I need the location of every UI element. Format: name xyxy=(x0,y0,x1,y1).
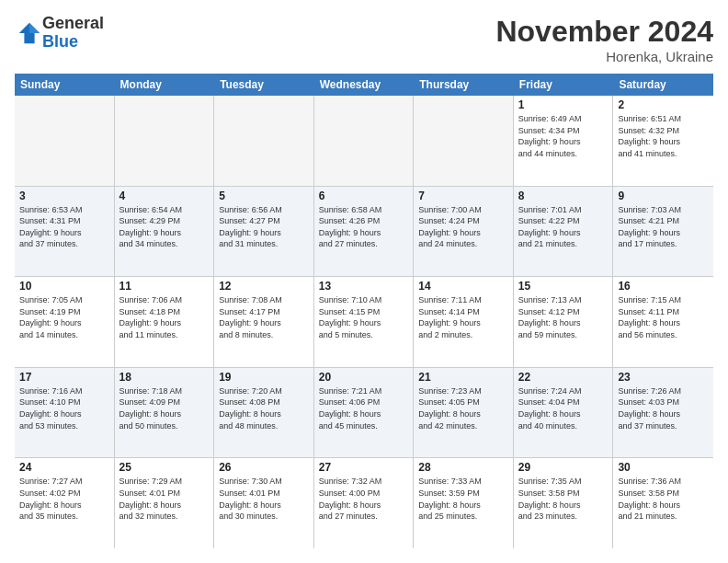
day-info: Sunrise: 7:32 AM Sunset: 4:00 PM Dayligh… xyxy=(319,476,409,522)
header: General Blue November 2024 Horenka, Ukra… xyxy=(15,15,713,64)
calendar-cell: 21Sunrise: 7:23 AM Sunset: 4:05 PM Dayli… xyxy=(414,368,514,458)
location-subtitle: Horenka, Ukraine xyxy=(495,49,713,64)
calendar-cell: 15Sunrise: 7:13 AM Sunset: 4:12 PM Dayli… xyxy=(514,277,614,367)
calendar-row: 3Sunrise: 6:53 AM Sunset: 4:31 PM Daylig… xyxy=(15,187,713,278)
calendar-cell: 1Sunrise: 6:49 AM Sunset: 4:34 PM Daylig… xyxy=(514,96,614,186)
calendar-cell: 19Sunrise: 7:20 AM Sunset: 4:08 PM Dayli… xyxy=(214,368,314,458)
day-info: Sunrise: 7:03 AM Sunset: 4:21 PM Dayligh… xyxy=(618,204,709,250)
calendar-cell: 13Sunrise: 7:10 AM Sunset: 4:15 PM Dayli… xyxy=(314,277,415,367)
logo-icon xyxy=(17,20,42,46)
day-number: 30 xyxy=(618,461,709,474)
day-info: Sunrise: 7:05 AM Sunset: 4:19 PM Dayligh… xyxy=(19,294,109,340)
calendar-cell xyxy=(314,96,415,186)
calendar-cell: 20Sunrise: 7:21 AM Sunset: 4:06 PM Dayli… xyxy=(314,368,415,458)
calendar-cell: 7Sunrise: 7:00 AM Sunset: 4:24 PM Daylig… xyxy=(414,187,514,277)
day-info: Sunrise: 6:53 AM Sunset: 4:31 PM Dayligh… xyxy=(19,204,109,250)
calendar-cell: 2Sunrise: 6:51 AM Sunset: 4:32 PM Daylig… xyxy=(613,96,713,186)
day-info: Sunrise: 7:00 AM Sunset: 4:24 PM Dayligh… xyxy=(418,204,508,250)
day-info: Sunrise: 7:15 AM Sunset: 4:11 PM Dayligh… xyxy=(618,294,709,340)
day-number: 6 xyxy=(319,190,409,202)
calendar-header: Sunday Monday Tuesday Wednesday Thursday… xyxy=(15,74,713,96)
day-number: 1 xyxy=(518,98,609,111)
title-block: November 2024 Horenka, Ukraine xyxy=(495,15,713,64)
day-info: Sunrise: 7:27 AM Sunset: 4:02 PM Dayligh… xyxy=(19,476,109,522)
calendar-cell: 22Sunrise: 7:24 AM Sunset: 4:04 PM Dayli… xyxy=(514,368,614,458)
day-info: Sunrise: 7:21 AM Sunset: 4:06 PM Dayligh… xyxy=(319,385,409,431)
calendar-cell: 3Sunrise: 6:53 AM Sunset: 4:31 PM Daylig… xyxy=(15,187,115,277)
calendar-cell: 26Sunrise: 7:30 AM Sunset: 4:01 PM Dayli… xyxy=(214,458,314,548)
calendar-cell: 8Sunrise: 7:01 AM Sunset: 4:22 PM Daylig… xyxy=(514,187,614,277)
day-number: 25 xyxy=(119,461,210,474)
day-number: 23 xyxy=(618,371,709,384)
calendar-cell: 27Sunrise: 7:32 AM Sunset: 4:00 PM Dayli… xyxy=(314,458,415,548)
day-number: 16 xyxy=(618,280,709,293)
calendar-cell: 11Sunrise: 7:06 AM Sunset: 4:18 PM Dayli… xyxy=(115,277,215,367)
calendar-cell: 4Sunrise: 6:54 AM Sunset: 4:29 PM Daylig… xyxy=(115,187,215,277)
day-number: 2 xyxy=(618,98,709,111)
day-info: Sunrise: 7:35 AM Sunset: 3:58 PM Dayligh… xyxy=(518,476,609,522)
day-number: 5 xyxy=(219,190,309,202)
day-number: 12 xyxy=(219,280,309,293)
page: General Blue November 2024 Horenka, Ukra… xyxy=(0,0,728,563)
day-info: Sunrise: 6:49 AM Sunset: 4:34 PM Dayligh… xyxy=(518,113,609,159)
day-number: 7 xyxy=(418,190,508,202)
header-wednesday: Wednesday xyxy=(314,74,415,96)
day-info: Sunrise: 7:23 AM Sunset: 4:05 PM Dayligh… xyxy=(418,385,508,431)
day-info: Sunrise: 7:26 AM Sunset: 4:03 PM Dayligh… xyxy=(618,385,709,431)
header-monday: Monday xyxy=(115,74,215,96)
day-info: Sunrise: 7:08 AM Sunset: 4:17 PM Dayligh… xyxy=(219,294,309,340)
calendar-row: 17Sunrise: 7:16 AM Sunset: 4:10 PM Dayli… xyxy=(15,368,713,459)
calendar-cell: 12Sunrise: 7:08 AM Sunset: 4:17 PM Dayli… xyxy=(214,277,314,367)
header-friday: Friday xyxy=(514,74,614,96)
calendar-cell: 6Sunrise: 6:58 AM Sunset: 4:26 PM Daylig… xyxy=(314,187,415,277)
calendar-cell xyxy=(115,96,215,186)
header-thursday: Thursday xyxy=(414,74,514,96)
calendar-cell: 10Sunrise: 7:05 AM Sunset: 4:19 PM Dayli… xyxy=(15,277,115,367)
header-sunday: Sunday xyxy=(15,74,115,96)
day-info: Sunrise: 7:10 AM Sunset: 4:15 PM Dayligh… xyxy=(319,294,409,340)
day-number: 27 xyxy=(319,461,409,474)
day-number: 3 xyxy=(19,190,109,202)
day-number: 10 xyxy=(19,280,109,293)
day-number: 28 xyxy=(418,461,508,474)
calendar-cell: 23Sunrise: 7:26 AM Sunset: 4:03 PM Dayli… xyxy=(613,368,713,458)
month-title: November 2024 xyxy=(495,15,713,49)
day-number: 26 xyxy=(219,461,309,474)
day-number: 9 xyxy=(618,190,709,202)
day-number: 15 xyxy=(518,280,609,293)
day-number: 24 xyxy=(19,461,109,474)
day-number: 20 xyxy=(319,371,409,384)
day-info: Sunrise: 6:56 AM Sunset: 4:27 PM Dayligh… xyxy=(219,204,309,250)
calendar-cell: 14Sunrise: 7:11 AM Sunset: 4:14 PM Dayli… xyxy=(414,277,514,367)
calendar-cell xyxy=(214,96,314,186)
calendar-cell: 18Sunrise: 7:18 AM Sunset: 4:09 PM Dayli… xyxy=(115,368,215,458)
calendar: Sunday Monday Tuesday Wednesday Thursday… xyxy=(15,74,713,548)
day-info: Sunrise: 6:51 AM Sunset: 4:32 PM Dayligh… xyxy=(618,113,709,159)
day-info: Sunrise: 7:16 AM Sunset: 4:10 PM Dayligh… xyxy=(19,385,109,431)
day-info: Sunrise: 7:18 AM Sunset: 4:09 PM Dayligh… xyxy=(119,385,210,431)
calendar-cell: 28Sunrise: 7:33 AM Sunset: 3:59 PM Dayli… xyxy=(414,458,514,548)
calendar-cell: 30Sunrise: 7:36 AM Sunset: 3:58 PM Dayli… xyxy=(613,458,713,548)
day-info: Sunrise: 7:24 AM Sunset: 4:04 PM Dayligh… xyxy=(518,385,609,431)
calendar-cell: 16Sunrise: 7:15 AM Sunset: 4:11 PM Dayli… xyxy=(613,277,713,367)
header-tuesday: Tuesday xyxy=(214,74,314,96)
calendar-cell: 9Sunrise: 7:03 AM Sunset: 4:21 PM Daylig… xyxy=(613,187,713,277)
day-info: Sunrise: 7:06 AM Sunset: 4:18 PM Dayligh… xyxy=(119,294,210,340)
day-info: Sunrise: 7:13 AM Sunset: 4:12 PM Dayligh… xyxy=(518,294,609,340)
day-info: Sunrise: 7:20 AM Sunset: 4:08 PM Dayligh… xyxy=(219,385,309,431)
calendar-cell: 25Sunrise: 7:29 AM Sunset: 4:01 PM Dayli… xyxy=(115,458,215,548)
header-saturday: Saturday xyxy=(613,74,713,96)
calendar-cell: 29Sunrise: 7:35 AM Sunset: 3:58 PM Dayli… xyxy=(514,458,614,548)
logo-general: General xyxy=(42,14,104,32)
day-info: Sunrise: 7:29 AM Sunset: 4:01 PM Dayligh… xyxy=(119,476,210,522)
day-info: Sunrise: 7:11 AM Sunset: 4:14 PM Dayligh… xyxy=(418,294,508,340)
calendar-cell xyxy=(15,96,115,186)
day-info: Sunrise: 7:01 AM Sunset: 4:22 PM Dayligh… xyxy=(518,204,609,250)
day-number: 19 xyxy=(219,371,309,384)
day-info: Sunrise: 7:33 AM Sunset: 3:59 PM Dayligh… xyxy=(418,476,508,522)
day-number: 21 xyxy=(418,371,508,384)
day-number: 22 xyxy=(518,371,609,384)
logo-blue: Blue xyxy=(42,32,78,51)
day-info: Sunrise: 7:30 AM Sunset: 4:01 PM Dayligh… xyxy=(219,476,309,522)
calendar-cell: 5Sunrise: 6:56 AM Sunset: 4:27 PM Daylig… xyxy=(214,187,314,277)
